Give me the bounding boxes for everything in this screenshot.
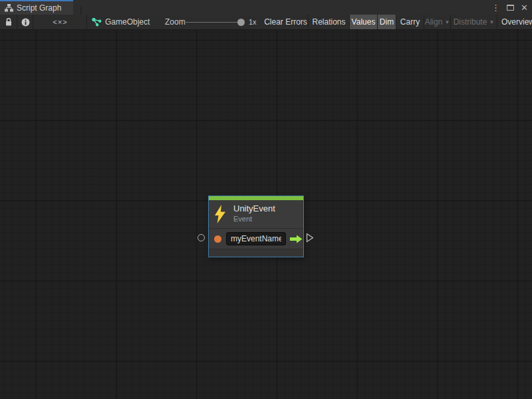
node-header: UnityEvent Event <box>209 200 303 228</box>
overview-button[interactable]: Overview <box>497 15 532 29</box>
tab-label: Script Graph <box>17 3 61 13</box>
dim-label: Dim <box>380 17 394 27</box>
close-icon[interactable]: ✕ <box>521 3 528 12</box>
node-subtitle: Event <box>233 215 275 223</box>
toolbar-buttons: Clear Errors Relations Values Dim Carry … <box>263 15 532 29</box>
zoom-slider-track[interactable] <box>184 22 245 23</box>
node-port-row <box>209 228 303 249</box>
script-graph-window: Script Graph ⋮ ✕ <×> <box>0 0 532 399</box>
relations-label: Relations <box>312 17 345 27</box>
titlebar-divider <box>80 7 81 15</box>
lock-button[interactable] <box>0 15 17 29</box>
event-name-input[interactable] <box>226 232 286 245</box>
maximize-icon[interactable] <box>507 5 514 11</box>
code-view-toggle-button[interactable]: <×> <box>34 15 87 29</box>
lock-icon <box>5 17 13 27</box>
carry-toggle-button[interactable]: Carry <box>396 15 424 29</box>
graph-target-icon <box>92 18 102 27</box>
values-toggle-button[interactable]: Values <box>350 15 378 29</box>
lightning-bolt-icon <box>214 205 226 223</box>
code-toggle-icon: <×> <box>53 18 67 26</box>
zoom-slider-knob[interactable] <box>237 19 245 26</box>
window-menu-icon[interactable]: ⋮ <box>491 3 500 12</box>
overview-label: Overview <box>501 17 532 27</box>
node-titles: UnityEvent Event <box>233 204 275 223</box>
values-label: Values <box>352 17 376 27</box>
carry-label: Carry <box>400 17 420 27</box>
zoom-label: Zoom <box>165 17 186 27</box>
graph-target-label: GameObject <box>105 17 150 27</box>
node-input-port[interactable] <box>198 234 205 241</box>
info-button[interactable] <box>18 15 33 29</box>
node-output-port-icon[interactable] <box>306 233 314 243</box>
clear-errors-button[interactable]: Clear Errors <box>263 15 309 29</box>
title-bar: Script Graph ⋮ ✕ <box>0 0 532 15</box>
graph-canvas[interactable]: UnityEvent Event <box>0 30 532 399</box>
graph-hierarchy-icon <box>5 4 13 12</box>
node-footer <box>209 249 303 257</box>
relations-button[interactable]: Relations <box>309 15 350 29</box>
window-controls: ⋮ ✕ <box>491 0 528 15</box>
distribute-dropdown-button: Distribute ▼ <box>451 15 497 29</box>
event-name-port-dot[interactable] <box>214 235 221 243</box>
flow-arrow-icon[interactable] <box>290 235 303 243</box>
graph-target-chip[interactable]: GameObject <box>92 15 150 29</box>
chevron-down-icon: ▼ <box>489 19 494 25</box>
unity-event-node[interactable]: UnityEvent Event <box>208 196 304 257</box>
node-title: UnityEvent <box>233 204 275 214</box>
graph-toolbar: <×> GameObject Zoom 1x Clear Errors <box>0 15 532 30</box>
info-icon <box>21 18 30 27</box>
clear-errors-label: Clear Errors <box>264 17 307 27</box>
zoom-level-value: 1x <box>249 18 257 26</box>
align-label: Align <box>425 17 443 27</box>
dim-toggle-button[interactable]: Dim <box>378 15 396 29</box>
distribute-label: Distribute <box>454 17 487 27</box>
align-dropdown-button: Align ▼ <box>424 15 451 29</box>
chevron-down-icon: ▼ <box>444 19 450 25</box>
tab-script-graph[interactable]: Script Graph <box>0 0 73 15</box>
